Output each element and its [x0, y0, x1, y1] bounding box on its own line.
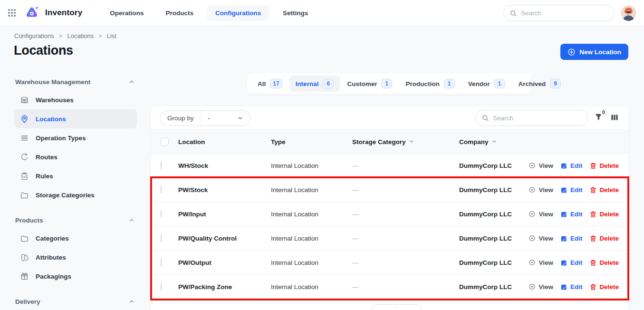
app-launcher-icon[interactable]	[8, 9, 16, 17]
view-button[interactable]: View	[528, 186, 553, 194]
cell-company: DummyCorp LLC	[459, 162, 512, 169]
folder-icon	[20, 191, 29, 200]
sidebar-item-label: Rules	[36, 173, 53, 180]
table-search-input[interactable]	[493, 115, 582, 122]
columns-toggle-button[interactable]	[610, 113, 619, 122]
delete-button[interactable]: Delete	[589, 210, 619, 218]
breadcrumb-list[interactable]: List	[107, 32, 116, 39]
view-button[interactable]: View	[528, 259, 553, 267]
table-row: PW/Packing Zone Internal Location — Dumm…	[151, 275, 628, 299]
tab-production[interactable]: Production 1	[399, 76, 461, 92]
chevron-up-icon	[128, 217, 135, 223]
tab-customer[interactable]: Customer 1	[341, 76, 398, 92]
sidebar-item-label: Locations	[36, 116, 66, 123]
group-by-control[interactable]: Group by -	[160, 110, 250, 126]
tab-archived[interactable]: Archived 9	[512, 76, 567, 92]
nav-item-configurations[interactable]: Configurations	[207, 5, 269, 21]
table-search	[475, 110, 588, 126]
sidebar-section-header[interactable]: Warehouse Management	[14, 76, 137, 87]
view-label: View	[538, 162, 553, 169]
sidebar-item-label: Categories	[36, 235, 69, 242]
sidebar-section-header[interactable]: Delivery	[14, 296, 137, 307]
breadcrumb-configurations[interactable]: Configurations	[14, 32, 54, 39]
cell-location: PW/Packing Zone	[178, 283, 232, 291]
cell-company: DummyCorp LLC	[459, 283, 512, 291]
breadcrumb-locations[interactable]: Locations	[67, 32, 94, 39]
table-row: PW/Quality Control Internal Location — D…	[151, 226, 628, 251]
column-header-storage-category[interactable]: Storage Category	[352, 138, 414, 145]
view-label: View	[538, 211, 553, 218]
sidebar-section-products: Products Categories Attr	[14, 214, 137, 286]
delete-button[interactable]: Delete	[589, 259, 619, 266]
chevron-up-icon	[128, 78, 135, 85]
tab-label: All	[258, 80, 266, 87]
tab-internal[interactable]: Internal 6	[289, 76, 340, 92]
select-all-checkbox[interactable]	[161, 137, 169, 145]
row-checkbox[interactable]	[161, 283, 162, 291]
row-checkbox[interactable]	[161, 162, 162, 170]
list-lines-icon	[20, 134, 29, 143]
tab-all[interactable]: All 17	[251, 76, 288, 92]
tab-vendor[interactable]: Vendor 1	[462, 76, 511, 92]
row-checkbox[interactable]	[161, 210, 162, 218]
sidebar-item-attributes[interactable]: Attributes	[14, 248, 137, 267]
sidebar-item-storage-categories[interactable]: Storage Categories	[14, 185, 137, 204]
view-button[interactable]: View	[528, 234, 553, 242]
nav-item-operations[interactable]: Operations	[101, 5, 152, 21]
cell-type: Internal Location	[271, 259, 318, 266]
section-title: Products	[15, 217, 43, 224]
edit-button[interactable]: Edit	[560, 234, 583, 242]
chevron-down-icon	[491, 139, 497, 145]
new-location-button[interactable]: New Location	[560, 44, 628, 60]
pagination-next-button[interactable]	[397, 305, 422, 310]
cell-type: Internal Location	[271, 162, 318, 169]
column-header-label: Storage Category	[352, 138, 406, 145]
sidebar-section-header[interactable]: Products	[14, 214, 137, 226]
sidebar-item-operation-types[interactable]: Operation Types	[14, 128, 137, 147]
row-checkbox[interactable]	[161, 259, 162, 267]
nav-item-products[interactable]: Products	[157, 5, 202, 21]
delete-button[interactable]: Delete	[589, 186, 619, 194]
chevron-up-icon	[128, 298, 135, 305]
sidebar-item-rules[interactable]: Rules	[14, 166, 137, 185]
app-logo-icon	[24, 5, 39, 20]
group-by-select[interactable]: -	[202, 115, 250, 122]
sidebar-item-packagings[interactable]: Packagings	[14, 267, 137, 286]
pagination-prev-button[interactable]	[373, 305, 397, 310]
sidebar-item-locations[interactable]: Locations	[14, 109, 137, 128]
sidebar-item-label: Packagings	[36, 273, 71, 280]
delete-button[interactable]: Delete	[589, 283, 619, 291]
filter-button[interactable]: 0	[594, 113, 603, 122]
tab-label: Archived	[518, 80, 546, 87]
sidebar-item-routes[interactable]: Routes	[14, 147, 137, 166]
nav-item-settings[interactable]: Settings	[274, 5, 317, 21]
edit-button[interactable]: Edit	[560, 186, 583, 194]
row-checkbox[interactable]	[161, 186, 162, 194]
clipboard-check-icon	[20, 172, 29, 181]
delete-label: Delete	[599, 235, 619, 242]
user-avatar[interactable]	[621, 5, 636, 21]
global-search-input[interactable]	[521, 10, 608, 17]
delete-label: Delete	[599, 259, 619, 266]
edit-button[interactable]: Edit	[560, 259, 583, 266]
view-label: View	[538, 186, 553, 194]
sidebar-item-label: Routes	[36, 154, 58, 161]
view-button[interactable]: View	[528, 283, 553, 291]
row-checkbox[interactable]	[161, 234, 162, 242]
column-header-company[interactable]: Company	[459, 138, 497, 145]
edit-button[interactable]: Edit	[560, 162, 583, 169]
sidebar-item-label: Warehouses	[36, 97, 74, 104]
view-label: View	[538, 235, 553, 242]
delete-button[interactable]: Delete	[589, 162, 619, 169]
sidebar-section-warehouse-management: Warehouse Management Warehouses	[14, 76, 137, 204]
view-button[interactable]: View	[528, 210, 553, 218]
delete-button[interactable]: Delete	[589, 234, 619, 242]
cell-type: Internal Location	[271, 211, 318, 218]
edit-button[interactable]: Edit	[560, 283, 583, 291]
cell-type: Internal Location	[271, 283, 318, 291]
view-button[interactable]: View	[528, 162, 553, 170]
edit-button[interactable]: Edit	[560, 210, 583, 218]
sidebar-item-warehouses[interactable]: Warehouses	[14, 90, 137, 109]
swatch-icon	[20, 253, 29, 262]
sidebar-item-categories[interactable]: Categories	[14, 229, 137, 248]
